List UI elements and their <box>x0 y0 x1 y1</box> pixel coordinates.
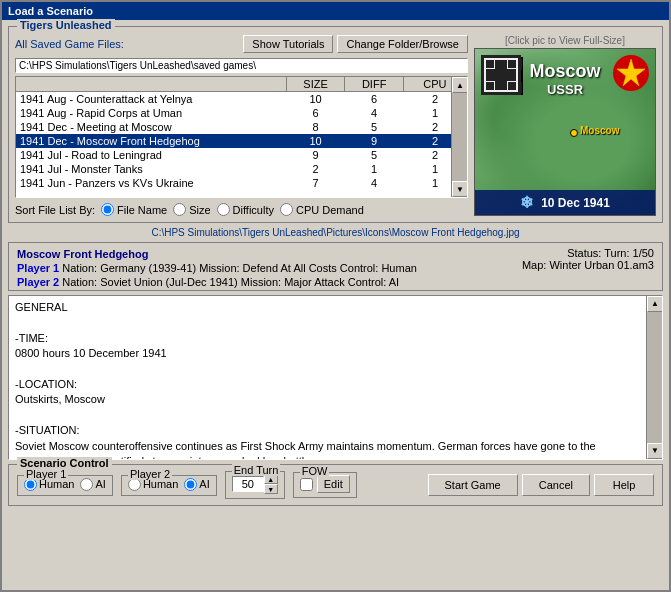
file-list-section: All Saved Game Files: Show Tutorials Cha… <box>15 35 468 216</box>
file-size-cell: 10 <box>286 134 345 148</box>
control-row: Player 1 Human AI Player 2 Human <box>17 471 654 499</box>
col-diff: DIFF <box>345 77 404 92</box>
end-turn-control: End Turn ▲ ▼ <box>225 471 285 499</box>
end-turn-input[interactable] <box>232 476 264 492</box>
cancel-button[interactable]: Cancel <box>522 474 590 496</box>
sort-difficulty-radio[interactable] <box>217 203 230 216</box>
file-list-header: All Saved Game Files: Show Tutorials Cha… <box>15 35 468 53</box>
player2-line: Player 2 Nation: Soviet Union (Jul-Dec 1… <box>17 276 654 288</box>
player1-control-label: Player 1 <box>24 468 68 480</box>
sort-label: Sort File List By: <box>15 204 95 216</box>
file-name-cell: 1941 Dec - Moscow Front Hedgehog <box>16 134 286 148</box>
file-table: SIZE DIFF CPU 1941 Aug - Counterattack a… <box>16 77 467 190</box>
scroll-down-button[interactable]: ▼ <box>452 181 468 197</box>
change-folder-button[interactable]: Change Folder/Browse <box>337 35 468 53</box>
title-bar: Load a Scenario <box>2 2 669 20</box>
spin-buttons: ▲ ▼ <box>264 474 278 494</box>
table-row[interactable]: 1941 Dec - Moscow Front Hedgehog 10 9 2 <box>16 134 467 148</box>
file-name-cell: 1941 Jun - Panzers vs KVs Ukraine <box>16 176 286 190</box>
description-text: GENERAL -TIME: 0800 hours 10 December 19… <box>15 300 656 460</box>
moscow-dot <box>570 129 578 137</box>
show-tutorials-button[interactable]: Show Tutorials <box>243 35 333 53</box>
file-diff-cell: 6 <box>345 92 404 107</box>
file-name-cell: 1941 Jul - Road to Leningrad <box>16 148 286 162</box>
sort-size-radio[interactable] <box>173 203 186 216</box>
file-size-cell: 2 <box>286 162 345 176</box>
map-city-name: Moscow <box>475 61 655 82</box>
file-diff-cell: 9 <box>345 134 404 148</box>
description-box: GENERAL -TIME: 0800 hours 10 December 19… <box>8 295 663 460</box>
file-size-cell: 9 <box>286 148 345 162</box>
help-button[interactable]: Help <box>594 474 654 496</box>
player1-control: Player 1 Human AI <box>17 475 113 496</box>
sort-difficulty-label: Difficulty <box>233 204 274 216</box>
file-table-container: SIZE DIFF CPU 1941 Aug - Counterattack a… <box>15 76 468 198</box>
file-size-cell: 6 <box>286 106 345 120</box>
end-turn-down-button[interactable]: ▼ <box>264 484 278 494</box>
file-diff-cell: 4 <box>345 176 404 190</box>
desc-scroll-down[interactable]: ▼ <box>647 443 663 459</box>
sort-filename-option[interactable]: File Name <box>101 203 167 216</box>
description-scrollbar[interactable]: ▲ ▼ <box>646 296 662 459</box>
main-window: Load a Scenario Tigers Unleashed All Sav… <box>0 0 671 592</box>
scroll-track[interactable] <box>452 93 467 181</box>
file-size-cell: 8 <box>286 120 345 134</box>
player2-human-label: Human <box>143 478 178 490</box>
table-row[interactable]: 1941 Dec - Meeting at Moscow 8 5 2 <box>16 120 467 134</box>
file-size-cell: 7 <box>286 176 345 190</box>
snowflake-icon: ❄ <box>520 193 533 212</box>
button-row: Show Tutorials Change Folder/Browse <box>243 35 468 53</box>
sort-size-label: Size <box>189 204 210 216</box>
file-diff-cell: 4 <box>345 106 404 120</box>
map-name: Map: Winter Urban 01.am3 <box>522 259 654 271</box>
fow-label: FOW <box>300 465 330 477</box>
player2-ai-option[interactable]: AI <box>184 478 209 491</box>
scroll-up-button[interactable]: ▲ <box>452 77 468 93</box>
map-city-area: Moscow USSR <box>475 61 655 97</box>
fow-checkbox[interactable] <box>300 478 313 491</box>
status-turn: Status: Turn: 1/50 <box>522 247 654 259</box>
map-click-label: [Click pic to View Full-Size] <box>474 35 656 46</box>
player1-ai-option[interactable]: AI <box>80 478 105 491</box>
sort-filename-radio[interactable] <box>101 203 114 216</box>
table-row[interactable]: 1941 Jul - Monster Tanks 2 1 1 <box>16 162 467 176</box>
map-image[interactable]: Moscow USSR Moscow ❄ 10 Dec 1941 <box>474 48 656 216</box>
table-row[interactable]: 1941 Aug - Rapid Corps at Uman 6 4 1 <box>16 106 467 120</box>
map-country-name: USSR <box>475 82 655 97</box>
group-title: Tigers Unleashed <box>17 19 115 31</box>
sort-size-option[interactable]: Size <box>173 203 210 216</box>
action-buttons: Start Game Cancel Help <box>428 474 655 496</box>
map-section: [Click pic to View Full-Size] <box>474 35 656 216</box>
start-game-button[interactable]: Start Game <box>428 474 518 496</box>
sort-filename-label: File Name <box>117 204 167 216</box>
tigers-unleashed-group: Tigers Unleashed All Saved Game Files: S… <box>8 26 663 223</box>
moscow-label: Moscow <box>580 125 619 136</box>
sort-cpu-option[interactable]: CPU Demand <box>280 203 364 216</box>
table-row[interactable]: 1941 Aug - Counterattack at Yelnya 10 6 … <box>16 92 467 107</box>
player2-ai-radio[interactable] <box>184 478 197 491</box>
fow-edit-button[interactable]: Edit <box>317 475 350 493</box>
player2-control-label: Player 2 <box>128 468 172 480</box>
player1-info: Nation: Germany (1939-41) Mission: Defen… <box>62 262 417 274</box>
file-diff-cell: 5 <box>345 120 404 134</box>
player2-link[interactable]: Player 2 <box>17 276 59 288</box>
end-turn-label: End Turn <box>232 464 281 476</box>
player2-info: Nation: Soviet Union (Jul-Dec 1941) Miss… <box>62 276 399 288</box>
player1-human-label: Human <box>39 478 74 490</box>
player1-link[interactable]: Player 1 <box>17 262 59 274</box>
file-diff-cell: 5 <box>345 148 404 162</box>
desc-scroll-track[interactable] <box>647 312 662 443</box>
col-size: SIZE <box>286 77 345 92</box>
table-header-row: SIZE DIFF CPU <box>16 77 467 92</box>
file-list-scrollbar[interactable]: ▲ ▼ <box>451 77 467 197</box>
folder-path: C:\HPS Simulations\Tigers UnLeashed\save… <box>15 58 468 73</box>
sort-cpu-label: CPU Demand <box>296 204 364 216</box>
file-size-cell: 10 <box>286 92 345 107</box>
sort-cpu-radio[interactable] <box>280 203 293 216</box>
table-row[interactable]: 1941 Jul - Road to Leningrad 9 5 2 <box>16 148 467 162</box>
desc-scroll-up[interactable]: ▲ <box>647 296 663 312</box>
file-name-cell: 1941 Dec - Meeting at Moscow <box>16 120 286 134</box>
player1-ai-radio[interactable] <box>80 478 93 491</box>
table-row[interactable]: 1941 Jun - Panzers vs KVs Ukraine 7 4 1 <box>16 176 467 190</box>
sort-difficulty-option[interactable]: Difficulty <box>217 203 274 216</box>
